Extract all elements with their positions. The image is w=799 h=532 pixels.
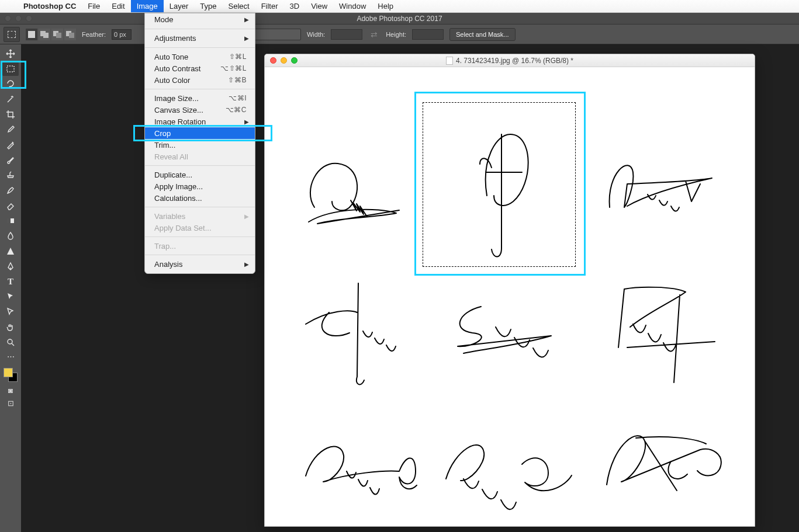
menu-image[interactable]: Image: [131, 0, 164, 12]
svg-rect-2: [7, 218, 11, 223]
menu-type[interactable]: Type: [194, 0, 222, 12]
signature-sample: [297, 155, 408, 233]
select-and-mask-button[interactable]: Select and Mask...: [449, 28, 516, 41]
menu-help[interactable]: Help: [372, 0, 399, 12]
menu-item-variables: Variables▶: [145, 210, 255, 222]
traffic-min-icon[interactable]: [15, 15, 22, 22]
menu-item-canvas-size[interactable]: Canvas Size...⌥⌘C: [145, 104, 255, 116]
signature-sample: [589, 415, 741, 505]
selection-mode-new[interactable]: [26, 29, 37, 40]
mac-menubar: Photoshop CC File Edit Image Layer Type …: [0, 0, 799, 13]
clone-stamp-tool-icon[interactable]: [2, 168, 19, 182]
menu-item-image-size[interactable]: Image Size...⌥⌘I: [145, 92, 255, 104]
rectangle-tool-icon[interactable]: [2, 305, 19, 319]
crop-tool-icon[interactable]: [2, 107, 19, 121]
doc-zoom-icon[interactable]: [291, 57, 298, 64]
menu-item-auto-color[interactable]: Auto Color⇧⌘B: [145, 74, 255, 86]
foreground-color-swatch[interactable]: [4, 368, 13, 377]
menu-select[interactable]: Select: [222, 0, 255, 12]
rectangular-marquee-tool-icon[interactable]: [2, 62, 19, 76]
document-title: 4. 731423419.jpg @ 16.7% (RGB/8) *: [446, 57, 573, 65]
traffic-close-icon[interactable]: [5, 15, 11, 22]
menu-item-auto-tone[interactable]: Auto Tone⇧⌘L: [145, 51, 255, 62]
signature-sample: [434, 423, 580, 502]
options-tool-preset-icon[interactable]: [4, 27, 20, 42]
height-input[interactable]: [412, 29, 444, 40]
window-traffic-lights[interactable]: [0, 15, 32, 22]
document-titlebar[interactable]: 4. 731423419.jpg @ 16.7% (RGB/8) *: [265, 54, 755, 67]
menu-item-trap: Trap...: [145, 240, 255, 252]
doc-min-icon[interactable]: [281, 57, 287, 64]
file-icon: [446, 57, 453, 65]
width-input[interactable]: [331, 29, 362, 40]
svg-marker-3: [7, 248, 14, 255]
healing-brush-tool-icon[interactable]: [2, 138, 19, 152]
height-label: Height:: [386, 31, 406, 38]
menu-3d[interactable]: 3D: [284, 0, 306, 12]
document-canvas[interactable]: [265, 67, 755, 526]
menu-separator: [145, 207, 255, 207]
width-label: Width:: [307, 31, 325, 38]
feather-input[interactable]: [112, 29, 132, 40]
signature-sample: [446, 114, 557, 268]
options-bar: Feather: Width: ⇄ Height: Select and Mas…: [0, 25, 799, 44]
eraser-tool-icon[interactable]: [2, 199, 19, 213]
style-dropdown[interactable]: [254, 29, 301, 40]
selection-mode-intersect[interactable]: [64, 29, 76, 40]
svg-rect-0: [7, 66, 14, 72]
svg-point-4: [8, 339, 12, 344]
menu-edit[interactable]: Edit: [106, 0, 130, 12]
menu-item-calculations[interactable]: Calculations...: [145, 192, 255, 204]
menu-separator: [145, 47, 255, 48]
menu-item-apply-data-set: Apply Data Set...: [145, 222, 255, 234]
menu-item-apply-image[interactable]: Apply Image...: [145, 180, 255, 192]
menu-item-auto-contrast[interactable]: Auto Contrast⌥⇧⌘L: [145, 62, 255, 74]
magic-wand-tool-icon[interactable]: [2, 92, 19, 106]
menu-view[interactable]: View: [305, 0, 333, 12]
menu-filter[interactable]: Filter: [255, 0, 284, 12]
type-tool-icon[interactable]: T: [2, 274, 19, 288]
app-name[interactable]: Photoshop CC: [18, 2, 82, 11]
menu-item-image-rotation[interactable]: Image Rotation▶: [145, 116, 255, 127]
signature-sample: [598, 272, 727, 397]
pen-tool-icon[interactable]: [2, 259, 19, 273]
blur-tool-icon[interactable]: [2, 229, 19, 243]
lasso-tool-icon[interactable]: [2, 77, 19, 91]
screen-mode-icon[interactable]: ⊡: [5, 397, 16, 409]
tools-panel: T ⋯ ◙ ⊡: [0, 44, 21, 532]
signature-sample: [440, 295, 569, 367]
move-tool-icon[interactable]: [2, 47, 19, 61]
color-swatches[interactable]: [2, 367, 19, 383]
hand-tool-icon[interactable]: [2, 320, 19, 334]
quick-mask-icon[interactable]: ◙: [5, 384, 16, 396]
selection-mode-add[interactable]: [39, 29, 50, 40]
menu-item-analysis[interactable]: Analysis▶: [145, 258, 255, 270]
menu-separator: [145, 237, 255, 237]
app-window-chrome: Adobe Photoshop CC 2017: [0, 13, 799, 25]
history-brush-tool-icon[interactable]: [2, 183, 19, 197]
traffic-zoom-icon[interactable]: [26, 15, 32, 22]
menu-item-mode[interactable]: Mode▶: [145, 13, 255, 26]
signature-sample: [598, 149, 727, 233]
document-window: 4. 731423419.jpg @ 16.7% (RGB/8) *: [264, 54, 755, 527]
path-selection-tool-icon[interactable]: [2, 290, 19, 304]
menu-item-crop[interactable]: Crop: [145, 127, 255, 139]
selection-mode-subtract[interactable]: [51, 29, 63, 40]
eyedropper-tool-icon[interactable]: [2, 123, 19, 137]
menu-item-trim[interactable]: Trim...: [145, 139, 255, 151]
zoom-tool-icon[interactable]: [2, 335, 19, 349]
menu-item-adjustments[interactable]: Adjustments▶: [145, 32, 255, 44]
menu-item-duplicate[interactable]: Duplicate...: [145, 169, 255, 180]
gradient-tool-icon[interactable]: [2, 214, 19, 228]
doc-close-icon[interactable]: [270, 57, 276, 64]
feather-label: Feather:: [82, 31, 106, 38]
menu-window[interactable]: Window: [333, 0, 372, 12]
menu-layer[interactable]: Layer: [164, 0, 195, 12]
dodge-tool-icon[interactable]: [2, 244, 19, 258]
toolbar-overflow-icon[interactable]: ⋯: [5, 350, 16, 362]
menu-separator: [145, 89, 255, 89]
menu-item-reveal-all: Reveal All: [145, 151, 255, 162]
brush-tool-icon[interactable]: [2, 153, 19, 167]
swap-wh-icon[interactable]: ⇄: [368, 30, 380, 39]
menu-file[interactable]: File: [82, 0, 106, 12]
